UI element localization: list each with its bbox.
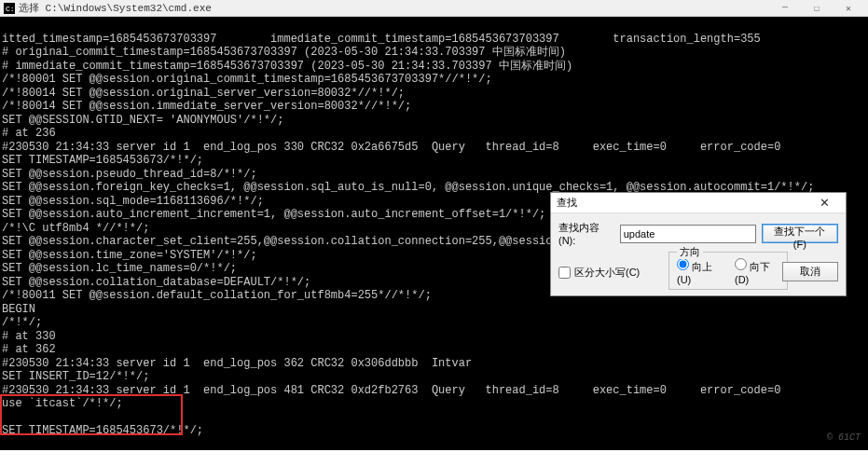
window-title: 选择 C:\Windows\System32\cmd.exe [19,1,212,15]
direction-group: 方向 向上(U) 向下(D) [668,252,788,290]
cancel-button[interactable]: 取消 [782,262,838,281]
direction-legend: 方向 [677,245,703,259]
dialog-titlebar[interactable]: 查找 ✕ [551,193,846,213]
close-button[interactable]: ✕ [833,0,864,17]
direction-up[interactable]: 向上(U) [677,258,722,285]
match-case-checkbox[interactable] [558,267,571,279]
match-case-label: 区分大小写(C) [574,266,640,280]
highlighted-line-1: SET TIMESTAMP=1685453673/*!*/; [2,424,864,438]
dialog-title-text: 查找 [557,196,577,210]
footer-whitespace [0,450,868,466]
find-input[interactable] [620,225,756,243]
minimize-button[interactable]: ─ [769,0,801,17]
direction-down[interactable]: 向下(D) [735,258,779,285]
dialog-close-button[interactable]: ✕ [808,193,840,213]
watermark: © 61CT [827,432,861,445]
cmd-icon: C:\ [4,3,15,14]
direction-down-radio[interactable] [735,258,747,270]
window-titlebar: C:\ 选择 C:\Windows\System32\cmd.exe ─ ☐ ✕ [0,0,868,17]
maximize-button[interactable]: ☐ [801,0,833,17]
find-dialog: 查找 ✕ 查找内容(N): 查找下一个(F) 区分大小写(C) 方向 向上(U)… [550,192,847,296]
direction-up-radio[interactable] [677,258,689,270]
find-label: 查找内容(N): [558,221,616,246]
svg-text:C:\: C:\ [6,5,15,13]
find-next-button[interactable]: 查找下一个(F) [762,224,838,243]
